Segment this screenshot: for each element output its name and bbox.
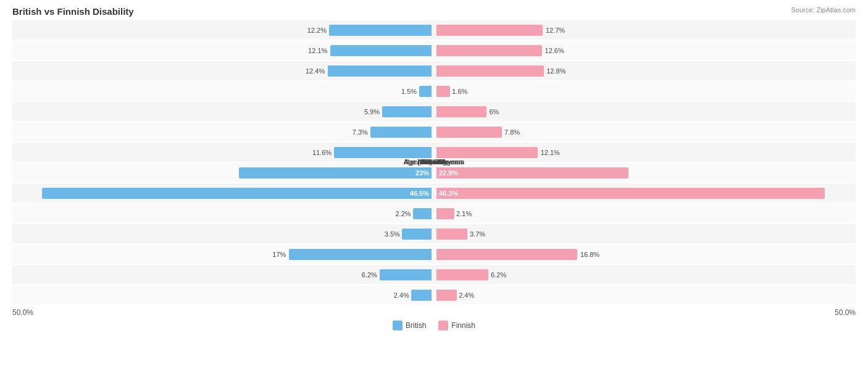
left-section: 6.2% xyxy=(12,265,434,284)
chart-container: British vs Finnish Disability Source: Zi… xyxy=(0,0,868,378)
bar-british xyxy=(289,249,432,260)
chart-row: 3.5%Hearing3.7% xyxy=(12,224,856,243)
bar-british xyxy=(402,229,432,240)
bar-finnish xyxy=(436,127,502,138)
chart-row: 23%Age | 65 to 74 years22.9% xyxy=(12,163,856,182)
bar-finnish xyxy=(436,147,538,158)
bar-british: 46.5% xyxy=(42,188,432,199)
chart-row: 2.4%Self-Care2.4% xyxy=(12,285,856,304)
right-section: 2.4% xyxy=(434,285,856,304)
bar-finnish xyxy=(436,208,454,219)
bar-finnish: 22.9% xyxy=(436,167,628,178)
axis-row: 50.0% 50.0% xyxy=(12,308,856,317)
chart-row: 1.5%Age | Under 5 years1.6% xyxy=(12,82,856,101)
bar-finnish xyxy=(436,269,488,280)
bar-british xyxy=(370,127,432,138)
right-section: 12.1% xyxy=(434,143,856,162)
left-section: 23% xyxy=(12,163,434,182)
legend-british-box xyxy=(393,321,403,330)
bar-finnish xyxy=(436,290,457,301)
right-section: 6.2% xyxy=(434,265,856,284)
right-section: 2.1% xyxy=(434,204,856,223)
left-section: 12.2% xyxy=(12,20,434,40)
chart-row: 46.5%Age | Over 75 years46.3% xyxy=(12,183,856,203)
bar-british xyxy=(411,290,432,301)
bar-finnish: 46.3% xyxy=(436,188,825,199)
chart-row: 6.2%Ambulatory6.2% xyxy=(12,265,856,284)
chart-rows: 12.2%Disability12.7%12.1%Males12.6%12.4%… xyxy=(12,20,856,304)
source-label: Source: ZipAtlas.com xyxy=(791,6,856,14)
legend-british: British xyxy=(393,321,426,330)
chart-row: 12.2%Disability12.7% xyxy=(12,20,856,40)
chart-row: 12.1%Males12.6% xyxy=(12,41,856,60)
left-section: 1.5% xyxy=(12,82,434,101)
bar-british xyxy=(329,25,432,36)
right-section: 3.7% xyxy=(434,224,856,243)
bar-british xyxy=(419,86,432,97)
legend-finnish-box xyxy=(438,321,448,330)
chart-row: 5.9%Age | 5 to 17 years6% xyxy=(12,102,856,121)
chart-row: 12.4%Females12.8% xyxy=(12,61,856,80)
axis-left: 50.0% xyxy=(12,308,434,317)
bar-british xyxy=(328,65,432,77)
left-section: 2.2% xyxy=(12,204,434,223)
bar-british xyxy=(330,45,432,56)
right-section: 46.3% xyxy=(434,183,856,203)
right-section: 12.7% xyxy=(434,20,856,40)
chart-title: British vs Finnish Disability xyxy=(12,6,856,17)
chart-row: 11.6%Age | 35 to 64 years12.1% xyxy=(12,143,856,162)
right-section: 6% xyxy=(434,102,856,121)
bar-finnish xyxy=(436,229,467,240)
bar-finnish xyxy=(436,249,577,260)
left-section: 2.4% xyxy=(12,285,434,304)
left-section: 5.9% xyxy=(12,102,434,121)
right-section: 16.8% xyxy=(434,245,856,264)
bar-finnish xyxy=(436,45,542,56)
left-section: 11.6% xyxy=(12,143,434,162)
bar-finnish xyxy=(436,65,544,77)
bar-british xyxy=(382,106,432,117)
left-section: 3.5% xyxy=(12,224,434,243)
left-section: 46.5% xyxy=(12,183,434,203)
right-section: 12.6% xyxy=(434,41,856,60)
axis-right: 50.0% xyxy=(434,308,856,317)
right-section: 7.8% xyxy=(434,122,856,141)
left-section: 12.1% xyxy=(12,41,434,60)
bar-british: 23% xyxy=(239,167,432,178)
right-section: 22.9% xyxy=(434,163,856,182)
right-section: 12.8% xyxy=(434,61,856,80)
bar-finnish xyxy=(436,25,543,36)
left-section: 7.3% xyxy=(12,122,434,141)
legend-finnish-label: Finnish xyxy=(451,321,475,330)
bar-british xyxy=(334,147,432,158)
left-section: 12.4% xyxy=(12,61,434,80)
bar-british xyxy=(380,269,432,280)
bar-finnish xyxy=(436,86,450,97)
chart-row: 2.2%Vision2.1% xyxy=(12,204,856,223)
left-section: 17% xyxy=(12,245,434,264)
legend: British Finnish xyxy=(12,321,856,330)
right-section: 1.6% xyxy=(434,82,856,101)
bar-finnish xyxy=(436,106,486,117)
legend-finnish: Finnish xyxy=(438,321,475,330)
bar-british xyxy=(413,208,432,219)
chart-row: 17%Cognitive16.8% xyxy=(12,245,856,264)
legend-british-label: British xyxy=(406,321,426,330)
chart-row: 7.3%Age | 18 to 34 years7.8% xyxy=(12,122,856,141)
